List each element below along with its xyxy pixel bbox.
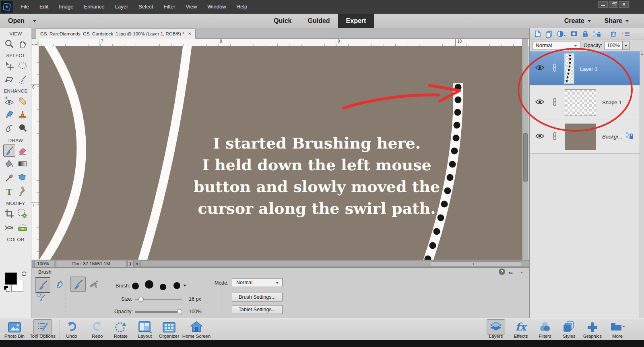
impressionist-brush-button[interactable] [53,279,63,291]
brush-variant-button[interactable] [35,277,50,293]
layers-opacity-dropdown-icon[interactable] [622,41,630,50]
open-dropdown-icon[interactable] [33,20,36,22]
lasso-tool-icon[interactable] [3,74,15,86]
menu-window[interactable]: Window [202,0,231,14]
close-button[interactable]: × [619,1,629,8]
smart-brush-tool-icon[interactable] [3,108,15,120]
link-layer-icon[interactable] [552,97,557,108]
menu-filter[interactable]: Filter [159,0,181,14]
horizontal-scrollbar-track[interactable] [140,260,551,267]
layers-scrollbar[interactable]: ▲ [640,52,644,318]
eraser-tool-icon[interactable] [17,145,29,157]
layers-scroll-up-icon[interactable]: ▲ [640,52,644,56]
layers-button[interactable]: Layers [483,319,509,340]
zoom-tool-icon[interactable] [3,38,15,50]
layer-name[interactable]: Backgr... [602,134,623,140]
more-button[interactable]: More [605,319,630,340]
shape-tool-icon[interactable] [17,172,29,184]
graphics-button[interactable]: Graphics [580,319,605,340]
new-layer-icon[interactable] [534,30,542,39]
status-expand-icon[interactable]: ❯ [127,260,134,267]
layer-mask-icon[interactable] [570,30,578,39]
effects-button[interactable]: fx Effects [508,319,534,340]
background-thumbnail[interactable] [565,124,596,150]
styles-button[interactable]: Styles [556,319,582,340]
hand-tool-icon[interactable] [17,38,29,50]
brush-preset-3-icon[interactable] [160,284,166,290]
blend-mode-dropdown[interactable]: Normal [532,41,580,50]
foreground-color-swatch[interactable] [5,273,17,285]
restore-button[interactable] [609,1,618,8]
tab-guided[interactable]: Guided [299,14,338,28]
paint-bucket-tool-icon[interactable] [3,158,15,170]
brush-preset-dropdown-icon[interactable] [183,285,186,287]
zoom-level-field[interactable]: 100% [34,260,54,267]
tab-expert[interactable]: Expert [338,14,374,28]
layers-opacity-field[interactable]: 100% [605,41,622,50]
gradient-tool-icon[interactable] [17,158,29,170]
move-tool-icon[interactable] [3,60,15,72]
menu-view[interactable]: View [180,0,202,14]
menu-help[interactable]: Help [231,0,253,14]
filters-button[interactable]: Filters [532,319,558,340]
panel-menu-icon[interactable]: ▾≡ [508,270,512,275]
default-colors-icon[interactable] [4,286,8,290]
horizontal-scrollbar-thumb[interactable] [431,261,521,266]
size-slider[interactable] [135,299,182,300]
redo-button[interactable]: Redo [85,319,110,340]
visibility-eye-icon[interactable] [535,133,544,141]
canvas[interactable]: I started Brushing here. I held down the… [39,46,522,260]
color-replacement-brush-button[interactable] [37,293,46,304]
home-screen-button[interactable]: Home Screen [184,319,209,340]
mode-dropdown[interactable]: Normal [232,278,283,287]
canvas-vertical-scrollbar[interactable] [522,39,528,260]
canvas-horizontal-scrollbar[interactable]: ◂ ▸ [136,260,578,267]
photo-bin-button[interactable]: Photo Bin [2,319,27,340]
duplicate-layer-icon[interactable] [545,30,553,39]
vertical-scrollbar-thumb[interactable] [523,133,528,182]
minimize-button[interactable] [598,1,608,8]
smudge-tool-icon[interactable] [3,122,15,134]
opacity-slider[interactable] [135,311,182,313]
lock-all-icon[interactable] [581,30,589,39]
quick-selection-tool-icon[interactable] [17,74,29,86]
crop-tool-icon[interactable] [3,208,15,220]
shape1-thumbnail[interactable] [565,89,596,116]
menu-image[interactable]: Image [54,0,78,14]
opacity-slider-handle[interactable] [177,309,182,314]
document-tab-close-icon[interactable]: × [188,31,191,36]
visibility-eye-icon[interactable] [535,99,544,107]
type-tool-icon[interactable]: T [3,186,15,198]
recompose-tool-icon[interactable] [17,208,29,220]
layer1-thumbnail[interactable] [564,53,574,84]
size-slider-handle[interactable] [138,297,144,302]
create-button[interactable]: Create [564,14,591,28]
layer-row-background[interactable]: Backgr... [530,120,640,154]
link-layer-icon[interactable] [552,63,557,74]
content-aware-move-tool-icon[interactable] [3,221,15,233]
collapse-panel-icon[interactable]: ⌄ [520,269,524,274]
layer-name[interactable]: Shape 1 [602,99,621,105]
menu-select[interactable]: Select [133,0,158,14]
tab-quick[interactable]: Quick [266,14,299,28]
blur-tool-icon[interactable] [17,122,29,134]
share-button[interactable]: Share [605,14,629,28]
menu-layer[interactable]: Layer [110,0,134,14]
marquee-tool-icon[interactable] [17,60,29,72]
undo-button[interactable]: Undo [59,319,85,340]
organizer-button[interactable]: Organizer [156,319,182,340]
menu-file[interactable]: File [15,0,34,14]
lock-transparency-icon[interactable] [592,30,601,39]
clone-stamp-tool-icon[interactable] [17,108,29,120]
help-icon[interactable]: ? [499,269,505,275]
brush-settings-button[interactable]: Brush Settings... [232,293,283,302]
spot-healing-tool-icon[interactable] [17,95,29,107]
delete-layer-icon[interactable] [609,30,617,39]
document-tab[interactable]: GS_RareDiamonds_GS_Cardstock_1.jpg @ 100… [36,29,196,39]
adjustment-layer-icon[interactable] [556,30,567,39]
scroll-left-icon[interactable]: ◂ [136,261,138,266]
tablet-settings-button[interactable]: Tablet Settings... [232,305,283,314]
layers-panel-menu-icon[interactable] [621,31,630,38]
layer-row-layer1[interactable]: Layer 1 [530,52,640,85]
brush-preset-4-icon[interactable] [173,282,180,289]
